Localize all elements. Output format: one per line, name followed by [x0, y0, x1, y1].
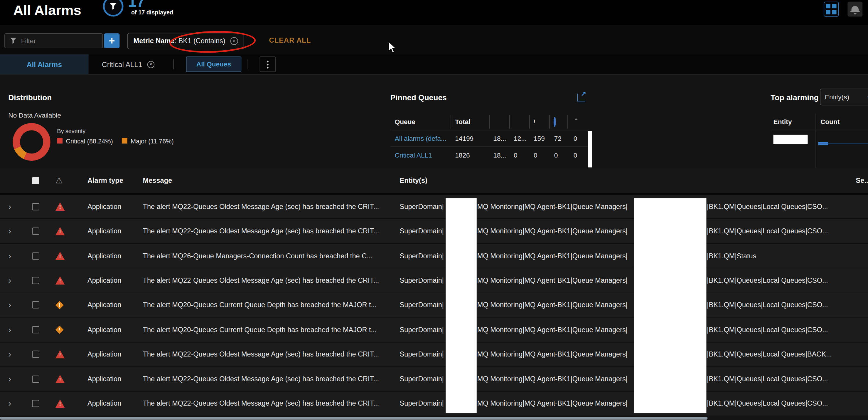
severity-icon	[56, 301, 64, 309]
severity-donut-chart	[12, 123, 50, 161]
count-bar-track	[818, 143, 868, 144]
clear-all-button[interactable]: CLEAR ALL	[269, 36, 311, 44]
queue-critical-count: 18...	[493, 135, 506, 142]
divider	[771, 130, 868, 130]
horizontal-scrollbar[interactable]	[0, 416, 868, 420]
divider	[815, 114, 815, 168]
entity-path: SuperDomain|	[400, 227, 444, 235]
alarm-row[interactable]: › Application The alert MQ20-Queues Curr…	[0, 293, 868, 318]
queue-link[interactable]: All alarms (defa...	[395, 135, 446, 142]
col-entity[interactable]: Entity	[773, 118, 792, 126]
alarm-type: Application	[88, 277, 121, 284]
row-expand-chevron[interactable]: ›	[8, 275, 11, 285]
top-alarming-title: Top alarming	[771, 93, 819, 102]
tab-close-icon[interactable]: ×	[147, 61, 155, 68]
alarm-row[interactable]: › Application The alert MQ22-Queues Olde…	[0, 268, 868, 293]
queue-total: 14199	[455, 135, 473, 142]
scrollbar-thumb[interactable]	[0, 417, 707, 419]
alarm-row[interactable]: › Application The alert MQ22-Queues Olde…	[0, 342, 868, 367]
open-external-icon[interactable]	[578, 94, 585, 102]
layout-grid-icon[interactable]	[824, 2, 839, 17]
more-options-kebab-icon[interactable]	[259, 56, 276, 72]
legend-item-critical: Critical (88.24%)	[57, 138, 113, 145]
queue-critical-count: 18...	[493, 151, 506, 159]
row-expand-chevron[interactable]: ›	[8, 300, 11, 310]
divider	[391, 146, 589, 147]
col-message[interactable]: Message	[143, 177, 172, 185]
row-checkbox[interactable]	[32, 375, 39, 383]
page-title: All Alarms	[13, 2, 81, 19]
entity-path: SuperDomain|	[400, 375, 444, 383]
row-expand-chevron[interactable]: ›	[8, 349, 11, 360]
severity-icon	[56, 375, 65, 383]
filter-input-box[interactable]	[4, 33, 103, 48]
alarm-message: The alert MQ26-Queue Managers-Connection…	[143, 252, 372, 259]
row-checkbox[interactable]	[32, 277, 39, 284]
row-checkbox[interactable]	[32, 302, 39, 309]
row-checkbox[interactable]	[32, 227, 39, 235]
alarm-row[interactable]: › Application The alert MQ22-Queues Olde…	[0, 367, 868, 392]
alarm-row[interactable]: › Application The alert MQ22-Queues Olde…	[0, 219, 868, 244]
queue-link[interactable]: Critical ALL1	[395, 151, 432, 159]
queue-minor-count: 0	[534, 151, 537, 159]
pinned-queues-title: Pinned Queues	[391, 93, 447, 102]
entity-path: MQ Monitoring|MQ Agent-BK1|Queue Manager…	[477, 326, 628, 334]
notifications-bell-icon[interactable]	[847, 2, 862, 17]
filter-bar: + Metric Name: BK1 (Contains) × CLEAR AL…	[0, 25, 868, 54]
row-checkbox[interactable]	[32, 351, 39, 358]
alarm-message: The alert MQ20-Queues Current Queue Dept…	[143, 301, 377, 309]
all-queues-button[interactable]: All Queues	[186, 56, 242, 72]
row-checkbox[interactable]	[32, 326, 39, 334]
col-total[interactable]: Total	[455, 118, 470, 126]
alarm-row[interactable]: › Application The alert MQ26-Queue Manag…	[0, 244, 868, 269]
redaction-block	[773, 135, 808, 144]
row-expand-chevron[interactable]: ›	[8, 226, 11, 236]
row-checkbox[interactable]	[32, 252, 39, 259]
entity-path: SuperDomain|	[400, 252, 444, 259]
severity-column-header-icon[interactable]: ⚠	[56, 176, 63, 186]
alarm-message: The alert MQ22-Queues Oldest Message Age…	[143, 351, 379, 358]
alarm-message: The alert MQ20-Queues Current Queue Dept…	[143, 326, 377, 334]
alarm-row[interactable]: › Application The alert MQ20-Queues Curr…	[0, 318, 868, 342]
entity-path: |BK1.QM|Status	[707, 252, 756, 259]
select-all-checkbox[interactable]	[32, 177, 39, 185]
tab-label: Critical ALL1	[102, 60, 143, 68]
divider	[529, 115, 530, 129]
chip-close-icon[interactable]: ×	[230, 37, 238, 45]
entity-path: MQ Monitoring|MQ Agent-BK1|Queue Manager…	[477, 375, 628, 383]
entity-path: SuperDomain|	[400, 326, 444, 334]
col-severity-truncated[interactable]: Se...	[856, 177, 868, 185]
entity-dropdown[interactable]: Entity(s)▾	[820, 89, 868, 106]
alarm-table-header: ⚠ Alarm type Message Entity(s) Se...	[0, 168, 868, 195]
entity-path: |BK1.QM|Queues|Local Queues|CSO...	[707, 227, 828, 235]
add-filter-button[interactable]: +	[104, 33, 120, 48]
no-data-label: No Data Available	[8, 111, 61, 119]
tab-critical-all1[interactable]: Critical ALL1×	[89, 54, 168, 74]
col-count[interactable]: Count	[820, 118, 839, 126]
donut-legend: Critical (88.24%) Major (11.76%)	[57, 138, 174, 145]
entity-path: MQ Monitoring|MQ Agent-BK1|Queue Manager…	[477, 277, 628, 284]
alarm-message: The alert MQ22-Queues Oldest Message Age…	[143, 375, 379, 383]
row-expand-chevron[interactable]: ›	[8, 325, 11, 335]
dropdown-value: Entity(s)	[825, 93, 849, 101]
queue-major-count: 0	[514, 151, 518, 159]
row-expand-chevron[interactable]: ›	[8, 251, 11, 261]
tab-all-alarms[interactable]: All Alarms	[0, 54, 89, 74]
row-expand-chevron[interactable]: ›	[8, 398, 11, 409]
col-entity[interactable]: Entity(s)	[400, 177, 427, 185]
alarm-row[interactable]: › Application The alert MQ22-Queues Olde…	[0, 195, 868, 219]
alarm-type: Application	[88, 351, 121, 358]
col-queue[interactable]: Queue	[395, 118, 415, 126]
alarm-type: Application	[88, 400, 121, 408]
pinned-queues-panel: Pinned Queues Queue Total All alarms (de…	[391, 89, 596, 168]
row-checkbox[interactable]	[32, 400, 39, 408]
metric-name-filter-chip[interactable]: Metric Name: BK1 (Contains) ×	[127, 33, 244, 49]
row-checkbox[interactable]	[32, 203, 39, 211]
kebab-dots-icon	[267, 63, 269, 65]
row-expand-chevron[interactable]: ›	[8, 202, 11, 212]
filter-badge[interactable]	[103, 0, 124, 17]
col-alarm-type[interactable]: Alarm type	[88, 177, 123, 185]
filter-input[interactable]	[21, 37, 97, 45]
row-expand-chevron[interactable]: ›	[8, 374, 11, 384]
alarm-row[interactable]: › Application The alert MQ22-Queues Olde…	[0, 391, 868, 416]
